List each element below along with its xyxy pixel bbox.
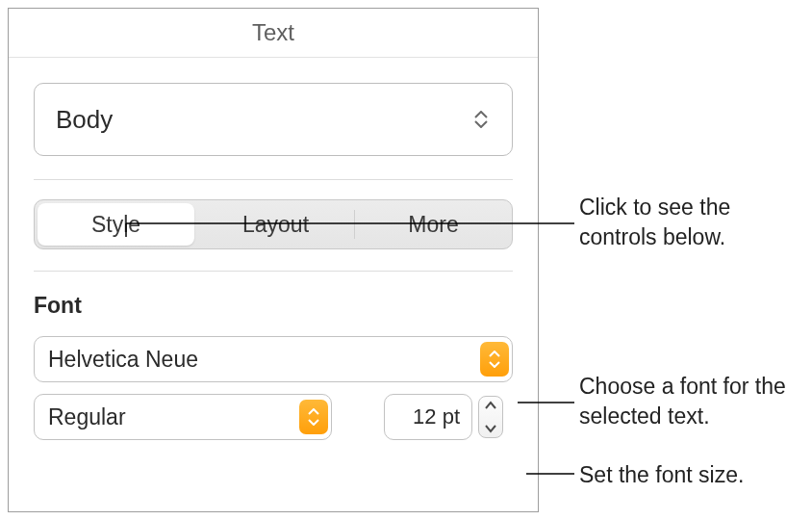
tab-label: Layout bbox=[242, 212, 309, 238]
paragraph-style-label: Body bbox=[56, 105, 113, 135]
tab-more[interactable]: More bbox=[355, 200, 512, 248]
divider bbox=[34, 179, 513, 180]
font-family-label: Helvetica Neue bbox=[35, 337, 477, 381]
font-weight-label: Regular bbox=[35, 395, 296, 439]
font-size-stepper[interactable] bbox=[478, 396, 503, 438]
panel-title: Text bbox=[9, 9, 538, 57]
callout-style-tab: Click to see the controls below. bbox=[579, 193, 800, 252]
updown-chevron-icon bbox=[471, 106, 491, 133]
divider bbox=[34, 271, 513, 272]
callout-font-family: Choose a font for the selected text. bbox=[579, 372, 810, 431]
callout-font-size: Set the font size. bbox=[579, 460, 810, 490]
font-weight-popup[interactable]: Regular bbox=[34, 394, 332, 440]
font-section-title: Font bbox=[34, 293, 513, 319]
tab-bar: Style Layout More bbox=[34, 199, 513, 249]
popup-arrow-icon bbox=[477, 337, 512, 381]
chevron-down-icon bbox=[484, 424, 497, 433]
paragraph-style-popup[interactable]: Body bbox=[34, 83, 513, 156]
tab-label: More bbox=[408, 212, 458, 238]
font-size-value: 12 pt bbox=[413, 404, 460, 429]
font-family-popup[interactable]: Helvetica Neue bbox=[34, 336, 513, 382]
chevron-up-icon bbox=[484, 401, 497, 410]
popup-arrow-icon bbox=[296, 395, 331, 439]
panel-title-label: Text bbox=[252, 19, 294, 46]
tab-label: Style bbox=[91, 212, 140, 238]
font-size-field[interactable]: 12 pt bbox=[384, 394, 472, 440]
divider bbox=[9, 57, 538, 58]
text-inspector-panel: Text Body Style Layout More bbox=[8, 8, 539, 512]
tab-style[interactable]: Style bbox=[38, 203, 194, 246]
tab-layout[interactable]: Layout bbox=[197, 200, 354, 248]
